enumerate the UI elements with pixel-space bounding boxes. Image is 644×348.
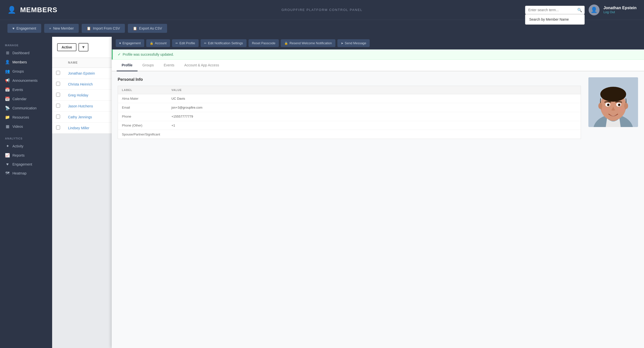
resend-welcome-button[interactable]: 🔒 Resend Welcome Notification bbox=[281, 39, 335, 47]
send-message-label: Send Message bbox=[345, 41, 366, 45]
svg-point-4 bbox=[600, 87, 626, 102]
export-csv-button[interactable]: 📋 Export As CSV bbox=[128, 24, 167, 33]
info-value: UC Davis bbox=[168, 94, 581, 103]
personal-info-title: Personal Info bbox=[118, 77, 581, 82]
row-checkbox[interactable] bbox=[56, 125, 60, 129]
sidebar-activity-label: Activity bbox=[12, 144, 23, 148]
filter-icon-button[interactable]: ▼ bbox=[78, 43, 88, 52]
send-message-button[interactable]: ➤ Send Message bbox=[338, 39, 370, 47]
value-column-header: VALUE bbox=[168, 86, 581, 94]
calendar-icon: 📆 bbox=[5, 96, 10, 101]
svg-point-6 bbox=[624, 103, 628, 109]
detail-action-bar: ♥ Engagement 🔒 Account ✏ Edit Profile ✏ … bbox=[112, 37, 644, 50]
lock-action-icon: 🔒 bbox=[150, 42, 154, 45]
row-checkbox-cell bbox=[52, 112, 64, 122]
user-name: Jonathan Epstein bbox=[604, 6, 636, 10]
edit-profile-icon: ✏ bbox=[176, 42, 178, 45]
search-by-member-name[interactable]: Search by Member Name bbox=[525, 15, 584, 24]
edit-notif-icon: ✏ bbox=[204, 42, 206, 45]
svg-point-11 bbox=[608, 104, 609, 105]
sidebar-item-engagement[interactable]: ♥ Engagement bbox=[0, 160, 52, 169]
sidebar-item-videos[interactable]: ▦ Videos bbox=[0, 122, 52, 131]
sidebar-item-members[interactable]: 👤 Members bbox=[0, 57, 52, 67]
edit-notifications-button[interactable]: ✏ Edit Notification Settings bbox=[200, 39, 246, 47]
tab-profile[interactable]: Profile bbox=[117, 60, 138, 71]
info-value: +1 bbox=[168, 121, 581, 130]
edit-notifications-label: Edit Notification Settings bbox=[208, 41, 243, 45]
new-member-button[interactable]: + New Member bbox=[44, 24, 79, 33]
search-dropdown: Search by Member Name bbox=[525, 14, 585, 25]
sidebar-item-communication[interactable]: 📡 Communication bbox=[0, 103, 52, 113]
sidebar-videos-label: Videos bbox=[12, 124, 23, 128]
export-icon: 📋 bbox=[133, 26, 137, 30]
import-csv-button[interactable]: 📋 Import From CSV bbox=[82, 24, 125, 33]
tab-groups[interactable]: Groups bbox=[138, 60, 159, 71]
info-row: Phone (Other) +1 bbox=[118, 121, 581, 130]
sidebar-item-reports[interactable]: 📈 Reports bbox=[0, 151, 52, 160]
engagement-button[interactable]: ♥ Engagement bbox=[8, 24, 41, 33]
logout-link[interactable]: Log Out bbox=[604, 10, 636, 14]
member-name-link[interactable]: Jonathan Epstein bbox=[68, 71, 95, 75]
header-left: 👤 MEMBERS bbox=[8, 6, 57, 14]
row-checkbox[interactable] bbox=[56, 104, 60, 108]
reset-passcode-button[interactable]: Reset Passcode bbox=[248, 39, 279, 47]
profile-photo-svg bbox=[588, 77, 638, 127]
member-name-link[interactable]: Cathy Jennings bbox=[68, 115, 92, 119]
announcements-icon: 📢 bbox=[5, 78, 10, 83]
heart-action-icon: ♥ bbox=[119, 42, 121, 45]
activity-icon: ✦ bbox=[5, 144, 10, 148]
svg-point-14 bbox=[618, 107, 625, 112]
engagement-nav-icon: ♥ bbox=[5, 162, 10, 166]
engagement-action-button[interactable]: ♥ Engagement bbox=[116, 39, 144, 47]
resources-icon: 📁 bbox=[5, 115, 10, 120]
info-label: Alma Mater bbox=[118, 94, 168, 103]
row-checkbox[interactable] bbox=[56, 93, 60, 97]
row-checkbox[interactable] bbox=[56, 82, 60, 86]
events-icon: 📅 bbox=[5, 87, 10, 92]
manage-section-label: MANAGE bbox=[0, 42, 52, 48]
communication-icon: 📡 bbox=[5, 106, 10, 110]
page-title: MEMBERS bbox=[20, 6, 57, 14]
account-action-button[interactable]: 🔒 Account bbox=[146, 39, 170, 47]
import-icon: 📋 bbox=[87, 26, 91, 30]
sidebar-groups-label: Groups bbox=[12, 69, 24, 73]
active-filter-button[interactable]: Active bbox=[57, 43, 76, 51]
success-message: Profile was successfully updated. bbox=[123, 52, 174, 56]
tab-account-access[interactable]: Account & App Access bbox=[179, 60, 224, 71]
row-checkbox[interactable] bbox=[56, 71, 60, 75]
row-checkbox-cell bbox=[52, 79, 64, 90]
sidebar-item-events[interactable]: 📅 Events bbox=[0, 85, 52, 94]
videos-icon: ▦ bbox=[5, 124, 10, 129]
checkmark-icon: ✓ bbox=[118, 52, 121, 56]
profile-info: Personal Info LABEL VALUE Alma Mater UC … bbox=[118, 77, 581, 342]
svg-point-13 bbox=[602, 107, 609, 112]
member-name-link[interactable]: Jason Hutchens bbox=[68, 104, 93, 108]
tab-events[interactable]: Events bbox=[159, 60, 180, 71]
sidebar-item-calendar[interactable]: 📆 Calendar bbox=[0, 94, 52, 103]
svg-point-12 bbox=[619, 104, 620, 105]
new-member-label: New Member bbox=[53, 26, 74, 30]
sidebar-item-heatmap[interactable]: 🗺 Heatmap bbox=[0, 169, 52, 178]
info-label: Phone bbox=[118, 112, 168, 121]
engagement-label: Engagement bbox=[16, 26, 36, 30]
info-value bbox=[168, 130, 581, 139]
main-layout: MANAGE ⊞ Dashboard 👤 Members 👥 Groups 📢 … bbox=[0, 37, 644, 348]
member-name-link[interactable]: Lindsey Miller bbox=[68, 126, 90, 130]
info-table: LABEL VALUE Alma Mater UC Davis Email bbox=[118, 86, 581, 139]
edit-profile-button[interactable]: ✏ Edit Profile bbox=[172, 39, 198, 47]
sidebar-item-dashboard[interactable]: ⊞ Dashboard bbox=[0, 48, 52, 57]
sidebar-item-announcements[interactable]: 📢 Announcements bbox=[0, 76, 52, 85]
member-name-link[interactable]: Greg Holiday bbox=[68, 93, 88, 97]
member-name-link[interactable]: Christa Heinrich bbox=[68, 82, 93, 86]
filter-area: Active ▼ bbox=[57, 43, 88, 52]
plus-icon: + bbox=[49, 26, 51, 30]
sidebar-item-groups[interactable]: 👥 Groups bbox=[0, 67, 52, 76]
sidebar-heatmap-label: Heatmap bbox=[12, 171, 26, 175]
svg-point-5 bbox=[598, 103, 602, 109]
sidebar-item-resources[interactable]: 📁 Resources bbox=[0, 113, 52, 122]
search-input[interactable] bbox=[525, 6, 585, 14]
sidebar-item-activity[interactable]: ✦ Activity bbox=[0, 141, 52, 151]
success-banner: ✓ Profile was successfully updated. bbox=[112, 50, 644, 60]
row-checkbox-cell bbox=[52, 122, 64, 133]
row-checkbox[interactable] bbox=[56, 115, 60, 119]
